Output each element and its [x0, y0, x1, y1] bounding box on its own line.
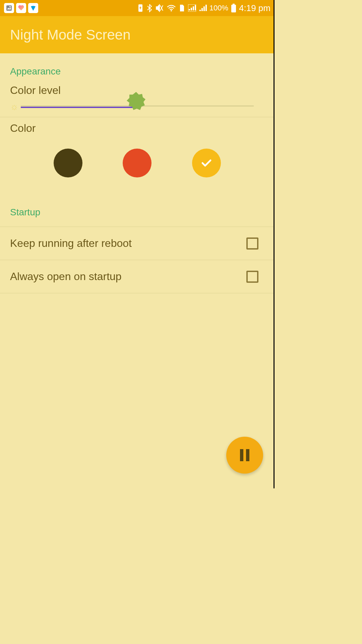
- settings-content: Appearance Color level ☼ Color Startup K…: [0, 53, 275, 293]
- bluetooth-icon: [146, 4, 153, 12]
- status-right-icons: 100% 4:19 pm: [137, 3, 270, 13]
- svg-rect-5: [233, 4, 235, 5]
- svg-rect-0: [6, 5, 12, 11]
- always-open-label: Always open on startup: [10, 270, 122, 283]
- wifi-icon: [167, 4, 176, 12]
- telenor-icon: [28, 3, 38, 13]
- app-title: Night Mode Screen: [10, 27, 131, 43]
- status-bar: 100% 4:19 pm: [0, 0, 275, 16]
- svg-rect-8: [246, 449, 249, 461]
- signal-1-icon: [188, 4, 196, 12]
- color-label: Color: [0, 117, 275, 139]
- status-left-icons: [4, 3, 38, 13]
- keep-running-label: Keep running after reboot: [10, 237, 132, 250]
- always-open-row[interactable]: Always open on startup: [0, 260, 275, 293]
- color-option-yellow[interactable]: [192, 149, 221, 177]
- app-bar: Night Mode Screen: [0, 16, 275, 53]
- always-open-checkbox[interactable]: [246, 271, 258, 283]
- slider-thumb[interactable]: [126, 91, 146, 111]
- slider-filled: [21, 107, 136, 108]
- svg-rect-7: [240, 449, 243, 461]
- keep-running-checkbox[interactable]: [246, 237, 258, 250]
- startup-header: Startup: [0, 194, 275, 220]
- svg-point-1: [9, 6, 11, 7]
- right-edge-bar: [274, 0, 275, 488]
- battery-percent-text: 100%: [209, 4, 228, 12]
- signal-2-icon: [199, 4, 207, 12]
- color-option-dark[interactable]: [54, 149, 82, 177]
- color-option-orange[interactable]: [123, 149, 152, 177]
- gallery-icon: [4, 3, 14, 13]
- keep-running-row[interactable]: Keep running after reboot: [0, 227, 275, 260]
- appearance-header: Appearance: [0, 53, 275, 79]
- battery-saver-icon: [137, 4, 144, 12]
- svg-point-3: [171, 10, 172, 11]
- brightness-low-icon: ☼: [10, 101, 19, 112]
- sim-icon: [179, 4, 185, 12]
- color-options: [0, 139, 275, 194]
- battery-icon: [231, 4, 236, 12]
- clock-text: 4:19 pm: [239, 3, 270, 13]
- svg-rect-6: [231, 5, 236, 12]
- check-icon: [199, 156, 214, 170]
- color-level-slider[interactable]: ☼: [0, 101, 275, 117]
- pause-button[interactable]: [226, 437, 263, 474]
- health-icon: [16, 3, 26, 13]
- mute-vibrate-icon: [155, 4, 164, 12]
- divider: [0, 293, 275, 293]
- pause-icon: [239, 448, 251, 462]
